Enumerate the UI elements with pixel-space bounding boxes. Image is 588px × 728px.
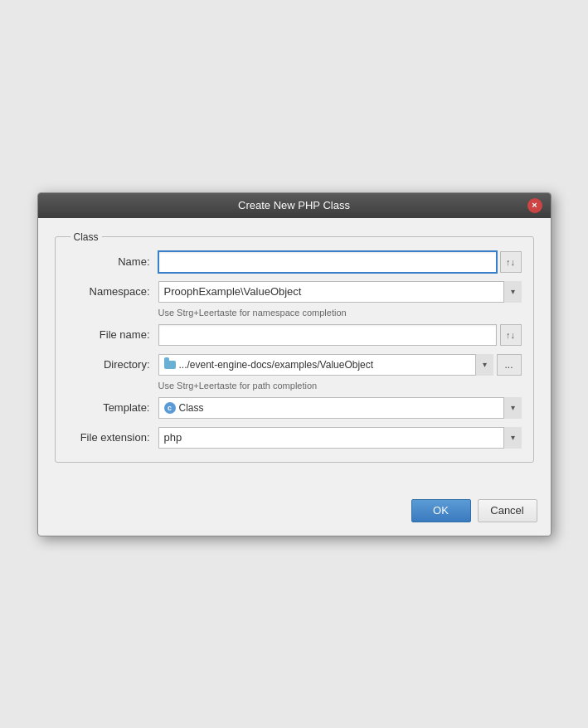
file-extension-select-wrapper: php ▾ [158,427,522,449]
file-extension-row: File extension: php ▾ [67,427,522,449]
template-label: Template: [67,401,158,414]
close-button[interactable]: × [527,198,542,213]
name-input[interactable] [158,251,497,273]
directory-display[interactable]: .../event-engine-docs/examples/ValueObje… [158,354,493,376]
folder-icon [164,361,176,369]
template-control-wrapper: c Class ▾ [158,397,522,419]
template-value: Class [179,402,204,414]
namespace-label: Namespace: [67,285,158,298]
name-sort-button[interactable]: ↑↓ [500,251,522,273]
template-row: Template: c Class ▾ [67,397,522,419]
browse-button[interactable]: ... [497,354,522,376]
dialog-titlebar: Create New PHP Class × [38,193,551,218]
dialog-body: Class Name: ↑↓ Namespace: ProophExample\… [38,218,551,493]
directory-row: Directory: .../event-engine-docs/example… [67,354,522,376]
filename-input[interactable] [158,324,497,346]
namespace-select[interactable]: ProophExample\ValueObject [158,281,522,303]
directory-select-container: .../event-engine-docs/examples/ValueObje… [158,354,493,376]
directory-hint: Use Strg+Leertaste for path completion [158,381,522,391]
directory-value: .../event-engine-docs/examples/ValueObje… [179,359,374,371]
ok-button[interactable]: OK [411,499,471,522]
file-extension-control-wrapper: php ▾ [158,427,522,449]
namespace-hint: Use Strg+Leertaste for namespace complet… [158,308,522,318]
class-fieldset: Class Name: ↑↓ Namespace: ProophExample\… [55,231,534,463]
template-class-icon: c [164,402,176,414]
cancel-button[interactable]: Cancel [478,499,537,522]
dialog-title: Create New PHP Class [61,199,527,211]
namespace-control-wrapper: ProophExample\ValueObject ▾ [158,281,522,303]
name-label: Name: [67,255,158,268]
dialog-footer: OK Cancel [38,493,551,536]
template-display[interactable]: c Class [158,397,522,419]
name-row: Name: ↑↓ [67,251,522,273]
namespace-select-wrapper: ProophExample\ValueObject ▾ [158,281,522,303]
file-extension-select[interactable]: php [158,427,522,449]
file-extension-label: File extension: [67,431,158,444]
filename-row: File name: ↑↓ [67,324,522,346]
name-control-wrapper: ↑↓ [158,251,522,273]
directory-control-wrapper: .../event-engine-docs/examples/ValueObje… [158,354,522,376]
filename-label: File name: [67,328,158,341]
namespace-row: Namespace: ProophExample\ValueObject ▾ [67,281,522,303]
filename-control-wrapper: ↑↓ [158,324,522,346]
dialog-overlay: Create New PHP Class × Class Name: ↑↓ Na… [37,192,552,536]
template-select-wrapper: c Class ▾ [158,397,522,419]
filename-sort-button[interactable]: ↑↓ [500,324,522,346]
fieldset-legend: Class [70,231,102,243]
create-php-class-dialog: Create New PHP Class × Class Name: ↑↓ Na… [37,192,552,536]
directory-label: Directory: [67,358,158,371]
